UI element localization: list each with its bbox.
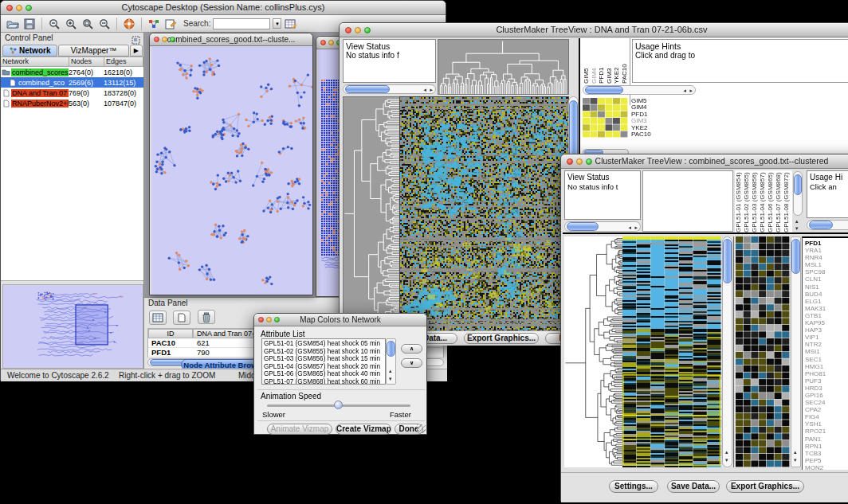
close-button[interactable]	[154, 37, 159, 42]
gene-label[interactable]: MAK31	[805, 305, 848, 312]
similarity-matrix-canvas[interactable]	[583, 98, 628, 138]
zoom-in-button[interactable]	[64, 17, 78, 30]
slider-thumb[interactable]	[334, 400, 343, 409]
close-button[interactable]	[320, 40, 326, 45]
cytoscape-titlebar[interactable]: Cytoscape Desktop (Session Name: collins…	[1, 1, 446, 15]
zoom-heatmap-canvas[interactable]	[736, 236, 790, 467]
row-dendrogram-canvas[interactable]	[564, 236, 622, 467]
gene-label[interactable]: SEC24	[805, 399, 848, 406]
scroll-up-arrow[interactable]: ▴	[794, 449, 797, 455]
scroll-down-arrow[interactable]: ▾	[725, 457, 728, 463]
move-up-button[interactable]: ∧	[401, 344, 422, 354]
gene-label[interactable]: HAP3	[805, 326, 848, 334]
scroll-down-arrow[interactable]: ▾	[794, 457, 797, 463]
resize-grip[interactable]	[417, 424, 426, 433]
column-header-nodes[interactable]: Nodes	[69, 57, 104, 67]
matrix-column-label[interactable]: PAC10	[621, 39, 629, 84]
gene-label[interactable]: SEC1	[805, 356, 848, 363]
scroll-left-arrow[interactable]: ◂	[423, 87, 426, 92]
scroll-left-arrow[interactable]: ◂	[628, 225, 631, 230]
search-dropdown-button[interactable]: ▾	[273, 18, 281, 29]
close-button[interactable]	[258, 317, 264, 322]
column-header-network[interactable]: Network	[1, 57, 69, 67]
zoom-button[interactable]	[364, 27, 371, 33]
gene-label[interactable]: PAN1	[805, 436, 848, 443]
network-overview-canvas[interactable]	[2, 284, 143, 369]
view-status-hscrollbar[interactable]: ◂ ▸	[343, 84, 436, 94]
scrollbar-thumb[interactable]	[345, 85, 390, 93]
attribute-list-vscrollbar[interactable]: ▴ ▾	[386, 338, 396, 385]
gene-label[interactable]: CLN1	[805, 275, 848, 283]
scrollbar-thumb[interactable]	[794, 174, 802, 195]
help-button[interactable]	[122, 17, 136, 30]
delete-attribute-button[interactable]	[198, 310, 215, 324]
gene-label[interactable]: BUD4	[805, 291, 848, 298]
gene-label[interactable]: TCB3	[805, 450, 848, 457]
matrix-column-label[interactable]: GIM5	[583, 39, 591, 84]
matrix-hscrollbar[interactable]: ◂ ▸	[583, 85, 696, 95]
gene-label[interactable]: YSH1	[805, 420, 848, 428]
column-label[interactable]: GPL51-07 (GSM868)	[775, 170, 783, 232]
save-session-button[interactable]	[22, 17, 37, 30]
zoom-selected-button[interactable]	[80, 17, 95, 30]
gene-label[interactable]: CPA2	[805, 406, 848, 413]
gene-label[interactable]: ELG1	[805, 298, 848, 305]
column-label[interactable]: GPL51-08 (GSM872)	[783, 170, 791, 232]
gene-label[interactable]: MSL1	[805, 261, 848, 268]
zoom-button[interactable]	[26, 5, 32, 11]
open-session-button[interactable]	[6, 17, 20, 30]
close-button[interactable]	[6, 5, 13, 11]
save-data-button[interactable]: Save Data...	[667, 480, 720, 493]
gene-label[interactable]: YRA1	[805, 247, 848, 254]
column-label[interactable]: GPL51-04 (GSM857)	[759, 170, 767, 232]
global-heatmap-canvas[interactable]	[622, 236, 721, 467]
column-label[interactable]: GPL51-01 (GSM854)	[735, 170, 743, 232]
minimize-button[interactable]	[16, 5, 22, 11]
minimize-button[interactable]	[162, 37, 167, 42]
attribute-list-item[interactable]: GPL51-02 (GSM855) heat shock 10 min	[264, 348, 385, 356]
gene-list-vscrollbar[interactable]: ▴ ▾	[791, 236, 801, 467]
scrollbar-thumb[interactable]	[387, 341, 395, 357]
attribute-list-item[interactable]: GPL51-01 (GSM854) heat shock 05 min	[264, 340, 385, 348]
treeview2-titlebar[interactable]: ClusterMaker TreeView : combined_scores_…	[561, 154, 848, 169]
matrix-column-label[interactable]: GIM4	[591, 39, 599, 84]
scroll-up-arrow[interactable]: ▴	[389, 368, 392, 373]
attribute-editor-button[interactable]	[284, 17, 298, 30]
gene-label[interactable]: GPI16	[805, 392, 848, 399]
gene-label[interactable]: KAP95	[805, 319, 848, 326]
column-label[interactable]: GPL51-06 (GSM865)	[767, 170, 775, 232]
zoom-button[interactable]	[586, 158, 592, 165]
tab-overflow-button[interactable]: ▶	[130, 45, 143, 57]
network-list-row[interactable]: combined_scores 2764(0) 16218(0)	[1, 67, 143, 77]
treeview1-titlebar[interactable]: ClusterMaker TreeView : DNA and Tran 07-…	[340, 23, 848, 37]
zoom-button[interactable]	[170, 37, 175, 42]
minimize-button[interactable]	[576, 158, 583, 165]
gene-label[interactable]: RPN1	[805, 443, 848, 450]
gene-label[interactable]: FIG4	[805, 413, 848, 420]
view-status-hscrollbar[interactable]: ◂ ▸	[564, 221, 641, 232]
gene-label[interactable]: PUF3	[805, 377, 848, 385]
attribute-list-item[interactable]: GPL51-07 (GSM868) heat shock 60 min	[264, 378, 385, 385]
matrix-column-label[interactable]: GIM3	[606, 39, 614, 84]
select-attributes-button[interactable]	[149, 311, 167, 325]
column-label[interactable]: GPL51-02 (GSM855)	[743, 170, 751, 232]
gene-label[interactable]: GTB1	[805, 312, 848, 319]
gene-label[interactable]: RNR4	[805, 254, 848, 261]
gene-label[interactable]: NTR2	[805, 341, 848, 348]
matrix-row-label[interactable]: PAC10	[631, 131, 665, 138]
column-dendrogram-canvas[interactable]	[438, 39, 569, 95]
network-list-row[interactable]: DNA and Tran 07 769(0) 183728(0)	[1, 88, 143, 98]
scrollbar-thumb[interactable]	[567, 222, 599, 231]
minimize-button[interactable]	[266, 317, 272, 322]
gene-label[interactable]: SPC98	[805, 268, 848, 275]
column-header-id[interactable]: ID	[148, 329, 193, 338]
zoom-out-button[interactable]	[47, 17, 61, 30]
gene-label[interactable]: PEP5	[805, 457, 848, 464]
gene-label[interactable]: PHO81	[805, 370, 848, 377]
gene-label[interactable]: MSI1	[805, 348, 848, 355]
scroll-down-arrow[interactable]: ▾	[795, 225, 799, 231]
export-graphics-button[interactable]: Export Graphics...	[726, 480, 804, 493]
network-window-titlebar[interactable]: combined_scores_good.txt--cluste...	[150, 33, 312, 46]
scroll-right-arrow[interactable]: ▸	[689, 88, 693, 93]
gene-label[interactable]: HMG1	[805, 363, 848, 370]
